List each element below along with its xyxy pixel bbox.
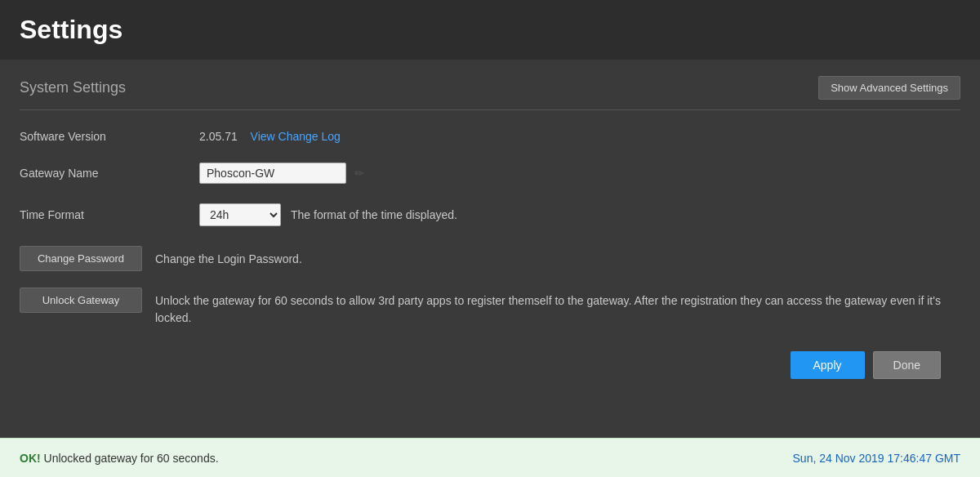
- page-header: Settings: [0, 0, 980, 60]
- section-title: System Settings: [20, 79, 126, 96]
- edit-icon[interactable]: ✏: [354, 167, 364, 180]
- software-version-row: Software Version 2.05.71 View Change Log: [20, 130, 960, 143]
- change-password-button[interactable]: Change Password: [20, 246, 142, 271]
- section-divider: [20, 109, 960, 110]
- unlock-gateway-button[interactable]: Unlock Gateway: [20, 288, 142, 313]
- version-number: 2.05.71: [199, 130, 238, 143]
- bottom-buttons: Apply Done: [20, 343, 960, 387]
- status-text: Unlocked gateway for 60 seconds.: [44, 452, 219, 465]
- time-format-row: Time Format 24h 12h The format of the ti…: [20, 203, 960, 226]
- section-header: System Settings Show Advanced Settings: [20, 76, 960, 100]
- gateway-name-input[interactable]: [207, 167, 350, 180]
- software-version-value: 2.05.71 View Change Log: [199, 130, 341, 143]
- gateway-name-input-wrapper: ✏: [199, 163, 346, 184]
- change-password-row: Change Password Change the Login Passwor…: [20, 246, 960, 271]
- status-ok-label: OK!: [20, 452, 41, 465]
- view-changelog-link[interactable]: View Change Log: [251, 130, 341, 143]
- status-message: OK! Unlocked gateway for 60 seconds.: [20, 452, 219, 465]
- gateway-name-label: Gateway Name: [20, 167, 199, 180]
- unlock-gateway-row: Unlock Gateway Unlock the gateway for 60…: [20, 288, 960, 327]
- software-version-label: Software Version: [20, 130, 199, 143]
- apply-button[interactable]: Apply: [791, 351, 865, 379]
- show-advanced-button[interactable]: Show Advanced Settings: [818, 76, 960, 100]
- done-button[interactable]: Done: [873, 351, 941, 379]
- main-content: System Settings Show Advanced Settings S…: [0, 60, 980, 403]
- change-password-description: Change the Login Password.: [155, 246, 302, 268]
- unlock-gateway-description: Unlock the gateway for 60 seconds to all…: [155, 288, 960, 327]
- time-format-select[interactable]: 24h 12h: [199, 203, 281, 226]
- time-format-description: The format of the time displayed.: [291, 208, 457, 221]
- status-timestamp: Sun, 24 Nov 2019 17:46:47 GMT: [793, 452, 960, 465]
- time-format-label: Time Format: [20, 208, 199, 221]
- time-format-controls: 24h 12h The format of the time displayed…: [199, 203, 457, 226]
- status-bar: OK! Unlocked gateway for 60 seconds. Sun…: [0, 438, 980, 477]
- gateway-name-row: Gateway Name ✏: [20, 163, 960, 184]
- page-title: Settings: [20, 15, 960, 45]
